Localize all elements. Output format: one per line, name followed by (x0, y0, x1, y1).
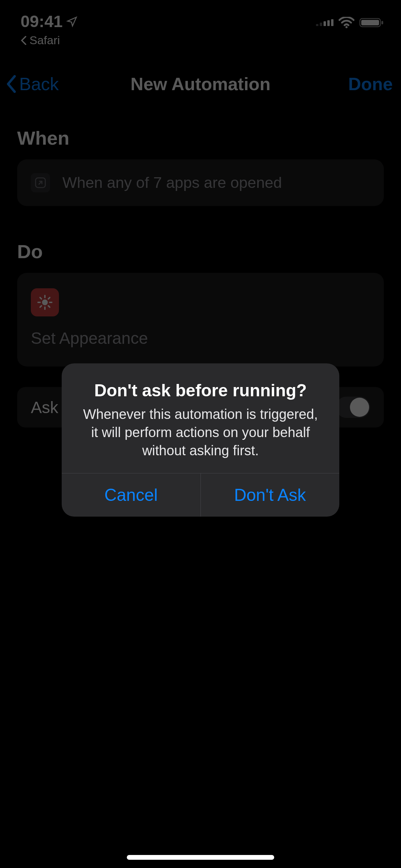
cancel-button[interactable]: Cancel (62, 473, 201, 517)
ask-label: Ask (31, 398, 58, 417)
cellular-icon (316, 17, 334, 28)
svg-rect-4 (331, 19, 333, 26)
svg-point-5 (345, 26, 348, 28)
svg-rect-3 (327, 20, 330, 26)
wifi-icon (339, 17, 354, 28)
svg-line-15 (40, 298, 41, 299)
dont-ask-button[interactable]: Don't Ask (201, 473, 340, 517)
do-header: Do (17, 240, 384, 263)
svg-line-18 (48, 298, 50, 299)
when-trigger-card[interactable]: When any of 7 apps are opened (17, 159, 384, 206)
alert-dialog: Don't ask before running? Whenever this … (62, 363, 339, 517)
status-time: 09:41 (21, 12, 63, 31)
ask-toggle[interactable] (336, 397, 370, 418)
svg-rect-0 (316, 24, 318, 26)
svg-rect-7 (361, 20, 379, 25)
alert-title: Don't ask before running? (79, 381, 322, 400)
alert-message: Whenever this automation is triggered, i… (79, 405, 322, 459)
battery-icon (359, 17, 384, 28)
alert-actions: Cancel Don't Ask (62, 473, 339, 517)
back-app-label: Safari (29, 34, 60, 47)
back-label: Back (19, 74, 59, 94)
caret-left-icon (21, 36, 27, 45)
svg-rect-2 (324, 21, 326, 26)
toggle-knob (350, 398, 369, 417)
when-header: When (17, 127, 384, 149)
svg-line-16 (48, 306, 50, 307)
done-button[interactable]: Done (348, 74, 393, 94)
trigger-text: When any of 7 apps are opened (62, 174, 282, 192)
location-icon (66, 16, 78, 27)
page-title: New Automation (131, 74, 270, 94)
status-left: 09:41 Safari (21, 12, 78, 47)
svg-line-17 (40, 306, 41, 307)
back-button[interactable]: Back (5, 74, 59, 94)
status-bar: 09:41 Safari (0, 0, 401, 48)
navigation-bar: Back New Automation Done (0, 62, 401, 106)
appearance-icon (31, 288, 59, 316)
status-icons (316, 12, 384, 28)
chevron-left-icon (5, 75, 18, 93)
do-action-card[interactable]: Set Appearance (17, 273, 384, 366)
svg-rect-8 (381, 21, 383, 24)
home-indicator[interactable] (127, 855, 274, 860)
action-title: Set Appearance (31, 329, 370, 348)
svg-point-10 (42, 300, 48, 305)
back-to-safari[interactable]: Safari (21, 34, 78, 47)
app-open-icon (31, 173, 50, 192)
svg-rect-1 (320, 23, 322, 26)
